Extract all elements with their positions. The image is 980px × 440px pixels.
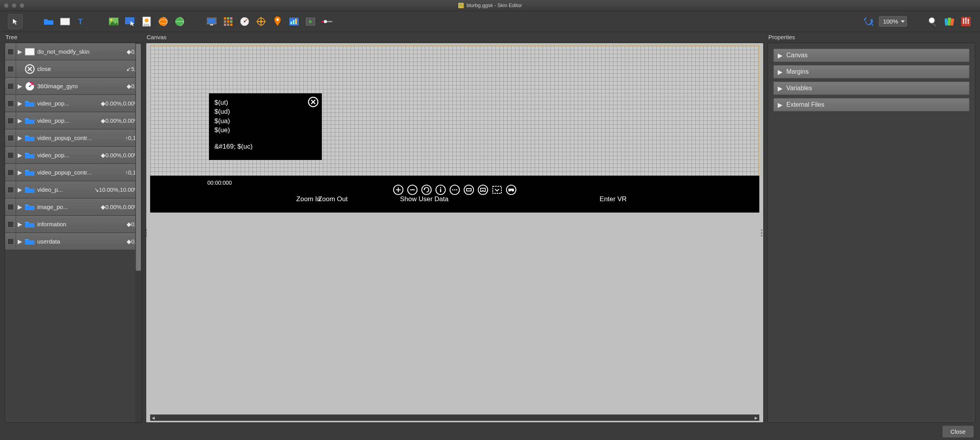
swatches-button[interactable]: [943, 15, 956, 28]
tree-row[interactable]: ▶information◆0,0: [5, 216, 142, 233]
folder-tool-button[interactable]: [42, 15, 55, 28]
rotate-icon[interactable]: [421, 184, 432, 195]
tree-expand-arrow[interactable]: ▶: [16, 152, 24, 159]
rect-tool-button[interactable]: [59, 15, 71, 28]
svg-rect-16: [227, 17, 229, 20]
tree-expand-arrow[interactable]: ▶: [16, 169, 24, 176]
scrollbar-thumb[interactable]: [136, 44, 141, 271]
tree-row[interactable]: ▶image_po...◆0.00%,0.00%: [5, 198, 142, 216]
panel-grip-left[interactable]: [146, 225, 149, 241]
tools-button[interactable]: [960, 15, 972, 28]
close-icon[interactable]: [308, 96, 319, 107]
info-icon[interactable]: [435, 184, 446, 195]
text-tool-button[interactable]: T: [75, 15, 88, 28]
tree-expand-arrow[interactable]: ▶: [16, 83, 24, 90]
tree-row[interactable]: ▶360image_gyro◆0,0: [5, 78, 142, 95]
enter-vr-icon[interactable]: [506, 184, 517, 195]
scroll-left-icon[interactable]: ◀: [150, 416, 156, 420]
svg-tool-button[interactable]: SVG: [140, 15, 153, 28]
tree-row[interactable]: ▶video_popup_contr...↑0,10: [5, 129, 142, 147]
tree-visibility-checkbox[interactable]: [5, 112, 16, 129]
toolbar: T SVG: [0, 11, 980, 32]
globe-orange-button[interactable]: [157, 15, 169, 28]
image-tool-button[interactable]: [107, 15, 120, 28]
swatches-icon: [945, 17, 954, 26]
target-button[interactable]: [255, 15, 267, 28]
tree-row[interactable]: close↙5,5: [5, 60, 142, 78]
tree-expand-arrow[interactable]: ▶: [16, 100, 24, 107]
tree-panel-label: Tree: [5, 32, 142, 43]
zoom-value[interactable]: 100%: [879, 16, 907, 27]
property-group-label: Margins: [786, 68, 809, 75]
canvas-h-scrollbar[interactable]: ◀ ▶: [150, 415, 759, 421]
scroll-right-icon[interactable]: ▶: [753, 416, 759, 420]
image-cursor-tool-button[interactable]: [124, 15, 136, 28]
titlebar: blurbg.ggsk - Skin Editor: [0, 0, 980, 11]
canvas-panel[interactable]: $(ut) $(ud) $(ua) $(ue) &#169; $(uc) 00:…: [146, 43, 764, 423]
property-group[interactable]: ▶External Files: [773, 98, 969, 111]
globe-green-button[interactable]: [173, 15, 186, 28]
cursor-tool-button[interactable]: [8, 14, 23, 29]
zoom-tool-button[interactable]: [927, 15, 939, 28]
tree-visibility-checkbox[interactable]: [5, 164, 16, 181]
tree-visibility-checkbox[interactable]: [5, 233, 16, 250]
play-grid-button[interactable]: [304, 15, 317, 28]
tree-visibility-checkbox[interactable]: [5, 95, 16, 112]
tree-item-name: video_pop...: [36, 152, 99, 158]
zoom-in-icon[interactable]: [393, 184, 404, 195]
zoom-out-icon[interactable]: [407, 184, 418, 195]
tree-visibility-checkbox[interactable]: [5, 78, 16, 95]
panel-grip-right[interactable]: [761, 225, 764, 241]
undo-icon: [863, 16, 874, 27]
tree-expand-arrow[interactable]: ▶: [16, 238, 24, 245]
dial-button[interactable]: [238, 15, 251, 28]
screen-button[interactable]: [205, 15, 218, 28]
pin-button[interactable]: [271, 15, 284, 28]
dial-icon: [240, 17, 249, 26]
close-button[interactable]: Close: [942, 425, 974, 438]
tree-item-name: userdata: [36, 238, 125, 245]
tree-expand-arrow[interactable]: ▶: [16, 117, 24, 124]
tree-expand-arrow[interactable]: ▶: [16, 186, 24, 193]
undo-button[interactable]: [862, 15, 875, 28]
chart-button[interactable]: [288, 15, 300, 28]
svg-rect-1: [60, 18, 70, 25]
tree-row[interactable]: ▶video_popup_contr...↑0,10: [5, 164, 142, 181]
tree-visibility-checkbox[interactable]: [5, 129, 16, 146]
fullscreen-icon[interactable]: [492, 184, 503, 195]
tree-expand-arrow[interactable]: ▶: [16, 48, 24, 55]
svg-point-61: [456, 189, 457, 190]
rectangle-icon: [60, 18, 70, 25]
property-group[interactable]: ▶Canvas: [773, 49, 969, 62]
property-group[interactable]: ▶Margins: [773, 65, 969, 78]
canvas-userdata-popup[interactable]: $(ut) $(ud) $(ua) $(ue) &#169; $(uc): [209, 93, 322, 160]
slider-button[interactable]: [321, 15, 333, 28]
tree-visibility-checkbox[interactable]: [5, 198, 16, 215]
zoom-select[interactable]: 100%: [879, 16, 907, 27]
tree-visibility-checkbox[interactable]: [5, 60, 16, 77]
svg-rect-22: [227, 24, 229, 26]
tree-row[interactable]: ▶video_p...↘10.00%,10.00%: [5, 181, 142, 198]
vr-icon[interactable]: [477, 184, 488, 195]
tree-expand-arrow[interactable]: ▶: [16, 135, 24, 142]
tree-expand-arrow[interactable]: ▶: [16, 221, 24, 228]
canvas-controller-bar[interactable]: 00:00:000 Zoom In Zoom Out: [150, 176, 759, 213]
svg-rect-14: [210, 24, 213, 25]
tree-row[interactable]: ▶do_not_modify_skin◆0,0: [5, 43, 142, 60]
more-icon[interactable]: [449, 184, 460, 195]
tree-row[interactable]: ▶video_pop...◆0.00%,0.00%: [5, 95, 142, 112]
property-group[interactable]: ▶Variables: [773, 82, 969, 95]
pin-icon: [274, 16, 281, 27]
tree-row[interactable]: ▶userdata◆0,0: [5, 233, 142, 250]
tree-visibility-checkbox[interactable]: [5, 43, 16, 60]
tree-row[interactable]: ▶video_pop...◆0.00%,0.00%: [5, 112, 142, 129]
magnifier-icon: [928, 16, 938, 27]
tree-visibility-checkbox[interactable]: [5, 216, 16, 233]
tree-expand-arrow[interactable]: ▶: [16, 204, 24, 211]
grid-button[interactable]: [222, 15, 234, 28]
tree-visibility-checkbox[interactable]: [5, 181, 16, 198]
tree-scrollbar[interactable]: [135, 43, 142, 422]
block-icon[interactable]: [463, 184, 474, 195]
tree-visibility-checkbox[interactable]: [5, 147, 16, 164]
tree-row[interactable]: ▶video_pop...◆0.00%,0.00%: [5, 147, 142, 164]
